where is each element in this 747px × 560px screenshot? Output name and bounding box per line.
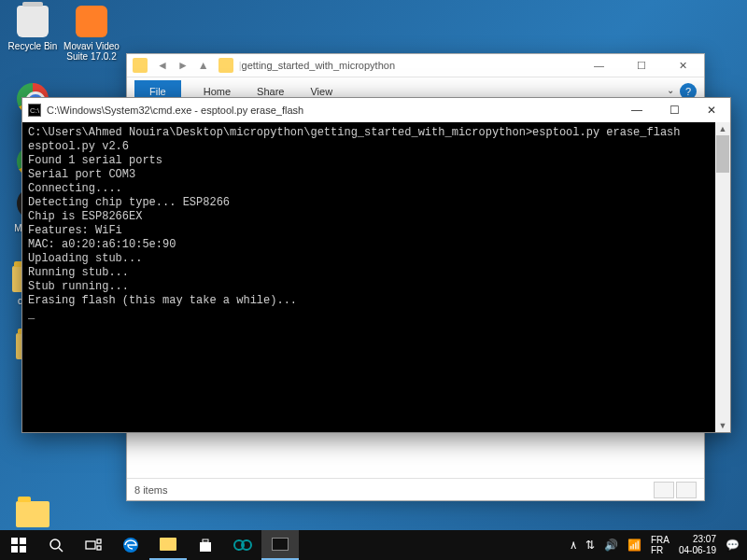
network-icon[interactable]: ⇅ (585, 539, 595, 552)
nav-back-icon[interactable]: ◄ (153, 57, 172, 74)
arduino-icon[interactable] (224, 530, 261, 560)
store-icon[interactable] (187, 530, 224, 560)
close-button[interactable]: ✕ (693, 98, 730, 122)
svg-rect-1 (20, 538, 26, 544)
close-button[interactable]: ✕ (662, 54, 704, 77)
minimize-button[interactable]: — (618, 98, 655, 122)
taskbar: ٨ ⇅ 🔊 📶 FRA FR 23:07 04-06-19 💬 (0, 530, 747, 560)
explorer-nav: ◄ ► ▲ (153, 57, 213, 74)
svg-point-4 (50, 539, 60, 549)
svg-rect-2 (11, 546, 18, 553)
scroll-up-icon[interactable]: ▲ (715, 122, 730, 135)
svg-rect-0 (11, 538, 18, 544)
scrollbar[interactable]: ▲ ▼ (715, 122, 730, 432)
minimize-button[interactable]: — (578, 54, 620, 77)
tray-chevron-icon[interactable]: ٨ (571, 539, 576, 552)
explorer-statusbar: 8 items (127, 478, 704, 500)
clock[interactable]: 23:07 04-06-19 (679, 534, 716, 556)
scroll-down-icon[interactable]: ▼ (715, 419, 730, 432)
svg-rect-8 (97, 546, 101, 550)
explorer-path: getting_started_with_micropython (242, 60, 395, 71)
scroll-thumb[interactable] (716, 135, 729, 173)
svg-rect-11 (203, 539, 208, 542)
cmd-icon: C:\ (28, 104, 41, 117)
svg-rect-6 (86, 541, 95, 549)
language-indicator[interactable]: FRA FR (651, 535, 669, 555)
folder-icon (133, 58, 148, 73)
cmd-window[interactable]: C:\ C:\Windows\System32\cmd.exe - esptoo… (21, 97, 731, 433)
taskview-icon[interactable] (75, 530, 112, 560)
edge-icon[interactable] (112, 530, 149, 560)
search-icon[interactable] (37, 530, 75, 560)
nav-up-icon[interactable]: ▲ (194, 57, 213, 74)
explorer-titlebar[interactable]: ◄ ► ▲ | getting_started_with_micropython… (127, 54, 704, 77)
start-button[interactable] (0, 530, 37, 560)
maximize-button[interactable]: ☐ (655, 98, 693, 122)
desktop-icon-recycle-bin[interactable]: Recycle Bin (5, 5, 61, 51)
cmd-output[interactable]: C:\Users\Ahmed Nouira\Desktop\micropytho… (22, 122, 715, 432)
view-large-button[interactable] (676, 482, 697, 498)
notifications-icon[interactable]: 💬 (726, 539, 740, 552)
chevron-down-icon[interactable]: ⌄ (667, 85, 674, 95)
desktop-icon-movavi[interactable]: Movavi Video Suite 17.0.2 (63, 5, 120, 62)
cmd-title: C:\Windows\System32\cmd.exe - esptool.py… (47, 105, 303, 116)
cmd-taskbar-icon[interactable] (261, 530, 299, 560)
nav-fwd-icon[interactable]: ► (174, 57, 192, 74)
explorer-taskbar-icon[interactable] (149, 530, 187, 560)
volume-icon[interactable]: 🔊 (604, 539, 618, 552)
item-count: 8 items (134, 484, 167, 496)
svg-line-5 (59, 548, 63, 552)
wifi-icon[interactable]: 📶 (627, 539, 641, 552)
svg-rect-3 (20, 546, 26, 553)
view-details-button[interactable] (654, 482, 674, 498)
system-tray: ٨ ⇅ 🔊 📶 FRA FR 23:07 04-06-19 💬 (571, 534, 747, 556)
cmd-titlebar[interactable]: C:\ C:\Windows\System32\cmd.exe - esptoo… (22, 98, 730, 122)
maximize-button[interactable]: ☐ (620, 54, 662, 77)
folder-icon (218, 58, 233, 73)
svg-rect-7 (97, 539, 101, 543)
svg-rect-10 (200, 542, 211, 552)
